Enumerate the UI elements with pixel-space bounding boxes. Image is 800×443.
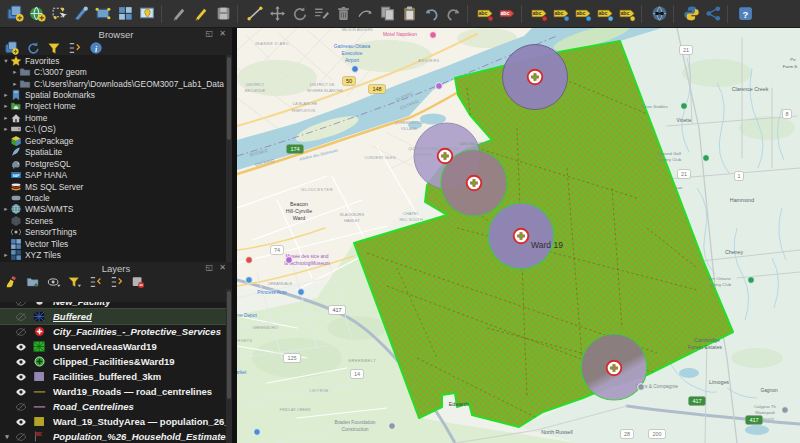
browser-item-c-os[interactable]: ▸C:\ (OS) (0, 124, 226, 135)
layer-item-ward-19-studyarea-population-26-household-es[interactable]: Ward_19_StudyArea — population_26_househ… (0, 414, 226, 429)
attribute-table-icon[interactable] (114, 3, 136, 25)
expand-arrow[interactable]: ▸ (2, 91, 10, 99)
ward19-label: Ward 19 (531, 240, 563, 250)
browser-item-sensorthings[interactable]: SensorThings (0, 227, 226, 238)
layer-item-new-facility[interactable]: New_Facility (0, 302, 226, 309)
rotate-label-icon[interactable]: abc (594, 3, 616, 25)
browser-item-vector-tiles[interactable]: Vector Tiles (0, 238, 226, 249)
redo-icon[interactable] (442, 3, 464, 25)
browser-item-project-home[interactable]: ▸Project Home (0, 101, 226, 112)
move-label-icon[interactable]: abc (572, 3, 594, 25)
delete-selected-icon[interactable] (332, 3, 354, 25)
layer-visible-eye-icon[interactable] (12, 340, 30, 354)
rotate-feature-icon[interactable] (288, 3, 310, 25)
layer-visible-eye-icon[interactable] (12, 415, 30, 429)
add-group-icon[interactable] (26, 275, 40, 289)
expand-arrow[interactable]: ▸ (2, 125, 10, 133)
current-edits-icon[interactable] (168, 3, 190, 25)
browser-item-oracle[interactable]: Oracle (0, 192, 226, 203)
layer-labeling-options-icon[interactable]: abc (474, 3, 496, 25)
properties-icon[interactable]: i (89, 41, 103, 55)
undo-icon[interactable] (420, 3, 442, 25)
layer-hidden-eye-icon[interactable] (12, 430, 30, 443)
layer-hidden-eye-icon[interactable] (12, 400, 30, 414)
layer-item-buffered[interactable]: Buffered (0, 309, 226, 324)
layer-visible-eye-icon[interactable] (12, 355, 30, 369)
geopkg-icon (10, 135, 22, 146)
layer-item-clipped-facilities-ward19[interactable]: Clipped_Facilities&Ward19 (0, 354, 226, 369)
help-icon[interactable]: ? (734, 3, 756, 25)
processing-toolbox-icon[interactable] (702, 3, 724, 25)
map-canvas[interactable]: JEANNE D'ARCANGIERSDISTRICTBELLEVUEDISTR… (232, 28, 800, 443)
digitize-pen-icon[interactable] (70, 3, 92, 25)
expand-arrow[interactable]: ▸ (2, 114, 10, 122)
add-line-feature-icon[interactable] (244, 3, 266, 25)
browser-item-postgresql[interactable]: PostgreSQL (0, 158, 226, 169)
toggle-editing-icon[interactable] (190, 3, 212, 25)
select-features-icon[interactable] (48, 3, 70, 25)
layers-panel-window-buttons[interactable]: ◱ ✕ (206, 263, 228, 272)
browser-item-spatial-bookmarks[interactable]: ▸Spatial Bookmarks (0, 89, 226, 100)
browser-item-home[interactable]: ▸Home (0, 112, 226, 123)
new-shape-icon[interactable] (92, 3, 114, 25)
expand-arrow[interactable]: ▸ (2, 102, 10, 110)
flip-line-icon[interactable] (354, 3, 376, 25)
browser-item-label: Vector Tiles (25, 239, 68, 249)
browser-item-favorites[interactable]: ▾Favorites (0, 55, 226, 66)
layer-hidden-eye-icon[interactable] (12, 302, 30, 309)
browser-panel-window-buttons[interactable]: ◱ ✕ (206, 29, 228, 38)
browser-item-c-users-harry-downloads-geom3007-lab1-data[interactable]: ▸C:\Users\harry\Downloads\GEOM3007_Lab1_… (0, 78, 226, 89)
open-layer-styling-icon[interactable] (5, 275, 19, 289)
collapse-all-icon[interactable] (68, 41, 82, 55)
modify-attributes-icon[interactable] (310, 3, 332, 25)
map-pin-icon[interactable] (136, 3, 158, 25)
metasearch-icon[interactable] (648, 3, 670, 25)
layer-item-ward19-roads-road-centrelines[interactable]: Ward19_Roads — road_centrelines (0, 384, 226, 399)
manage-map-themes-icon[interactable] (47, 275, 61, 289)
browser-item-ms-sql-server[interactable]: MS SQL Server (0, 181, 226, 192)
add-layer-icon[interactable] (5, 41, 19, 55)
layer-visible-eye-icon[interactable] (12, 385, 30, 399)
layer-item-facilities-buffered-3km[interactable]: Facilities_buffered_3km (0, 369, 226, 384)
highlight-labels-icon[interactable]: abc (550, 3, 572, 25)
layer-item-road-centrelines[interactable]: Road_Centrelines (0, 399, 226, 414)
browser-item-spatialite[interactable]: SpatiaLite (0, 147, 226, 158)
expand-arrow[interactable]: ▸ (2, 251, 10, 259)
copy-features-icon[interactable] (376, 3, 398, 25)
browser-item-xyz-tiles[interactable]: ▸XYZ Tiles (0, 249, 226, 260)
change-label-icon[interactable]: abc (616, 3, 638, 25)
expand-all-icon[interactable] (89, 275, 103, 289)
homeproj-icon (10, 101, 22, 112)
layer-hidden-eye-icon[interactable] (12, 325, 30, 339)
browser-item-wms-wmts[interactable]: ▸WMS/WMTS (0, 204, 226, 215)
layer-expand-arrow[interactable]: ▾ (2, 433, 12, 441)
python-console-icon[interactable] (680, 3, 702, 25)
browser-item-geopackage[interactable]: GeoPackage (0, 135, 226, 146)
layer-hidden-eye-icon[interactable] (12, 310, 30, 324)
filter-legend-icon[interactable] (68, 275, 82, 289)
elephant-icon (10, 158, 22, 169)
layers-panel: Layers◱ ✕ New_FacilityBufferedCity_Facil… (0, 262, 232, 443)
move-feature-icon[interactable] (266, 3, 288, 25)
expand-arrow[interactable]: ▾ (2, 57, 10, 65)
collapse-all-icon[interactable] (110, 275, 124, 289)
layer-item-population-26-household-estimates-by-ward-e[interactable]: ▾Population_%26_Household_Estimates_by_W… (0, 429, 226, 443)
browser-item-sap-hana[interactable]: SAPSAP HANA (0, 169, 226, 180)
label-toolbar-pin-icon[interactable]: abc (528, 3, 550, 25)
identify-features-icon[interactable] (26, 3, 48, 25)
layer-diagram-options-icon[interactable]: abc (496, 3, 518, 25)
refresh-icon[interactable] (26, 41, 40, 55)
save-edits-icon[interactable] (212, 3, 234, 25)
expand-arrow[interactable]: ▸ (11, 80, 19, 88)
browser-item-scenes[interactable]: Scenes (0, 215, 226, 226)
layer-item-city-facilities-protective-services[interactable]: City_Facilities_-_Protective_Services (0, 324, 226, 339)
expand-arrow[interactable]: ▸ (11, 68, 19, 76)
remove-layer-icon[interactable] (131, 275, 145, 289)
data-source-manager-icon[interactable] (4, 3, 26, 25)
paste-features-icon[interactable] (398, 3, 420, 25)
layer-visible-eye-icon[interactable] (12, 370, 30, 384)
expand-arrow[interactable]: ▸ (2, 205, 10, 213)
layer-item-unservedareasward19[interactable]: UnservedAreasWard19 (0, 339, 226, 354)
browser-item-c-3007-geom[interactable]: ▸C:\3007 geom (0, 66, 226, 77)
filter-browser-icon[interactable] (47, 41, 61, 55)
